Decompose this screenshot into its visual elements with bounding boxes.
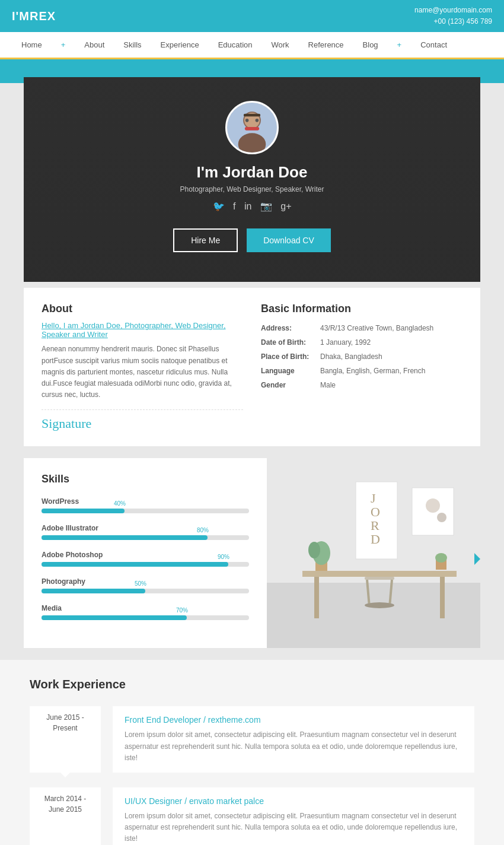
signature: Signature — [42, 416, 243, 431]
svg-point-24 — [308, 542, 320, 558]
hero-subtitle: Photographer, Web Designer, Speaker, Wri… — [36, 185, 468, 193]
email: name@yourdomain.com — [414, 5, 492, 16]
nav-about[interactable]: About — [75, 32, 114, 58]
skill-bar-bg-illustrator — [42, 535, 249, 540]
logo: I'MREX — [12, 9, 56, 23]
address-label: Address: — [261, 324, 320, 332]
skills-illustration: J O R D — [267, 458, 480, 648]
skill-bar-bg-photoshop — [42, 562, 249, 567]
info-row-language: Language Bangla, English, German, French — [261, 367, 462, 375]
nav-contact[interactable]: Contact — [411, 32, 457, 58]
timeline-desc-2: Lorem ipsum dolor sit amet, consectetur … — [125, 811, 462, 845]
linkedin-icon[interactable]: in — [244, 201, 251, 211]
skills-title: Skills — [42, 473, 249, 485]
svg-point-26 — [435, 553, 447, 563]
skills-left: Skills WordPress Adobe Illustrator Adobe… — [24, 458, 267, 648]
timeline-content-2: UI/UX Designer / envato market palce Lor… — [113, 787, 474, 845]
work-experience-section: Work Experience June 2015 - Present Fron… — [0, 660, 504, 845]
timeline-item-2: March 2014 - June 2015 UI/UX Designer / … — [30, 787, 474, 845]
svg-point-20 — [426, 498, 440, 513]
timeline-role-1: Front End Developer / rextheme.com — [125, 715, 462, 725]
info-row-dob: Date of Birth: 1 January, 1992 — [261, 338, 462, 347]
svg-text:D: D — [371, 532, 380, 547]
skill-bar-bg-media — [42, 615, 249, 620]
skill-photoshop: Adobe Photoshop — [42, 551, 249, 567]
phone: +00 (123) 456 789 — [414, 16, 492, 27]
svg-text:R: R — [371, 518, 379, 533]
svg-rect-12 — [314, 577, 319, 618]
svg-point-2 — [238, 134, 266, 155]
address-value: 43/R/13 Creative Town, Bangladesh — [320, 324, 433, 332]
facebook-icon[interactable]: f — [233, 201, 235, 211]
avatar — [225, 101, 279, 154]
about-intro-link[interactable]: Hello, I am Jordan Doe, Photographer, We… — [42, 321, 243, 339]
svg-text:O: O — [371, 504, 380, 519]
basic-info-title: Basic Information — [261, 303, 462, 315]
svg-point-30 — [365, 602, 394, 608]
skill-media: Media — [42, 604, 249, 620]
skills-section: Skills WordPress Adobe Illustrator Adobe… — [24, 458, 480, 648]
skill-bar-fill-media — [42, 615, 187, 620]
nav-blog[interactable]: Blog — [353, 32, 388, 58]
nav-experience[interactable]: Experience — [151, 32, 209, 58]
skill-bar-bg-wordpress — [42, 509, 249, 513]
timeline-desc-1: Lorem ipsum dolor sit amet, consectetur … — [125, 729, 462, 764]
timeline-date-2: March 2014 - June 2015 — [30, 787, 101, 845]
gender-value: Male — [320, 381, 336, 389]
timeline-date-1: June 2015 - Present — [30, 706, 101, 773]
svg-point-21 — [437, 513, 446, 522]
download-cv-button[interactable]: Download CV — [247, 228, 331, 252]
about-section: About Hello, I am Jordan Doe, Photograph… — [24, 288, 480, 446]
nav-home[interactable]: Home — [12, 32, 52, 58]
svg-rect-4 — [245, 127, 259, 131]
dob-value: 1 January, 1992 — [320, 338, 371, 347]
about-left: About Hello, I am Jordan Doe, Photograph… — [42, 303, 243, 431]
pob-value: Dhaka, Bangladesh — [320, 352, 382, 361]
twitter-icon[interactable]: 🐦 — [213, 201, 225, 211]
nav-reference[interactable]: Reference — [299, 32, 353, 58]
pob-label: Place of Birth: — [261, 352, 320, 361]
svg-rect-11 — [302, 571, 457, 577]
work-experience-title: Work Experience — [30, 678, 474, 691]
skill-name-media: Media — [42, 604, 249, 612]
nav-work[interactable]: Work — [261, 32, 298, 58]
nav-plus2[interactable]: + — [388, 32, 412, 58]
skill-bar-fill-photography — [42, 589, 145, 593]
skill-bar-bg-photography — [42, 589, 249, 593]
svg-point-6 — [245, 119, 249, 122]
hero-section: I'm Jordan Doe Photographer, Web Designe… — [24, 77, 480, 282]
instagram-icon[interactable]: 📷 — [260, 201, 272, 211]
hire-button[interactable]: Hire Me — [173, 228, 238, 252]
nav-skills[interactable]: Skills — [114, 32, 151, 58]
gender-label: Gender — [261, 381, 320, 389]
skill-wordpress: WordPress — [42, 497, 249, 513]
skill-bar-fill-illustrator — [42, 535, 208, 540]
timeline-content-1: Front End Developer / rextheme.com Lorem… — [113, 706, 474, 773]
main-nav: Home + About Skills Experience Education… — [0, 32, 504, 59]
timeline-item-1: June 2015 - Present Front End Developer … — [30, 706, 474, 773]
hero-name: I'm Jordan Doe — [36, 163, 468, 182]
basic-info: Basic Information Address: 43/R/13 Creat… — [261, 303, 462, 431]
skill-bar-fill-photoshop — [42, 562, 228, 567]
dob-label: Date of Birth: — [261, 338, 320, 347]
divider — [42, 409, 243, 410]
svg-rect-27 — [365, 577, 394, 580]
svg-rect-13 — [440, 577, 445, 618]
info-row-address: Address: 43/R/13 Creative Town, Banglade… — [261, 324, 462, 332]
skill-name-illustrator: Adobe Illustrator — [42, 524, 249, 532]
contact-info: name@yourdomain.com +00 (123) 456 789 — [414, 5, 492, 27]
nav-education[interactable]: Education — [209, 32, 262, 58]
timeline: June 2015 - Present Front End Developer … — [30, 706, 474, 845]
svg-rect-10 — [267, 583, 480, 648]
svg-rect-5 — [244, 114, 260, 117]
googleplus-icon[interactable]: g+ — [280, 201, 291, 211]
hero-buttons: Hire Me Download CV — [36, 228, 468, 252]
timeline-role-2: UI/UX Designer / envato market palce — [125, 796, 462, 806]
info-row-gender: Gender Male — [261, 381, 462, 389]
about-body: Aenean nonummy hendrerit mauris. Donec s… — [42, 344, 243, 401]
about-title: About — [42, 303, 243, 315]
skill-bar-fill-wordpress — [42, 509, 125, 513]
social-icons: 🐦 f in 📷 g+ — [36, 201, 468, 212]
skill-photography: Photography — [42, 577, 249, 593]
nav-plus1[interactable]: + — [52, 32, 75, 58]
